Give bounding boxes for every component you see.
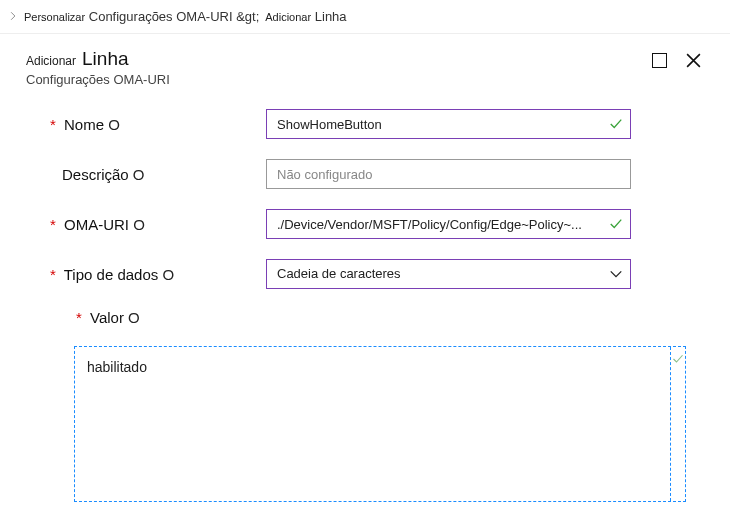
required-icon: * [50,216,56,233]
info-icon[interactable]: O [133,216,145,233]
label-descricao: Descrição O [26,166,266,183]
breadcrumb-item-customize[interactable]: Personalizar Configurações OMA-URI &gt; [24,9,259,24]
form: * Nome O Descrição O [26,109,704,502]
textarea-side-rail [670,347,685,501]
panel-title: Linha [82,48,129,70]
breadcrumb-item-prefix: Adicionar [265,11,311,23]
descricao-input[interactable] [266,159,631,189]
tipo-select-value: Cadeia de caracteres [266,259,631,289]
maximize-icon[interactable] [652,53,667,68]
chevron-down-icon [609,267,623,281]
check-icon [672,353,684,365]
required-icon: * [50,116,56,133]
row-descricao: Descrição O [26,159,704,189]
label-text: Nome [64,116,104,133]
info-icon[interactable]: O [128,309,140,326]
check-icon [609,117,623,131]
breadcrumb-item-text: Configurações OMA-URI &gt; [89,9,260,24]
info-icon[interactable]: O [108,116,120,133]
panel-title-prefix: Adicionar [26,54,76,68]
label-nome: * Nome O [26,116,266,133]
chevron-right-icon [8,10,18,24]
label-text: Descrição [62,166,129,183]
breadcrumb-item-add-row[interactable]: Adicionar Linha [265,9,346,24]
nome-input[interactable] [266,109,631,139]
panel: Adicionar Linha Configurações OMA-URI * … [0,34,730,520]
breadcrumb-item-prefix: Personalizar [24,11,85,23]
required-icon: * [76,309,82,326]
label-text: OMA-URI [64,216,129,233]
row-valor-label: * Valor O [26,309,704,326]
omauri-input[interactable] [266,209,631,239]
tipo-select[interactable]: Cadeia de caracteres [266,259,631,289]
required-icon: * [50,266,56,283]
breadcrumb: Personalizar Configurações OMA-URI &gt; … [0,0,730,34]
valor-textarea[interactable] [75,347,669,501]
label-valor: * Valor O [26,309,266,326]
panel-subtitle: Configurações OMA-URI [26,72,170,87]
row-omauri: * OMA-URI O [26,209,704,239]
panel-header: Adicionar Linha Configurações OMA-URI [26,48,704,87]
row-tipo: * Tipo de dados O Cadeia de caracteres [26,259,704,289]
row-nome: * Nome O [26,109,704,139]
label-omauri: * OMA-URI O [26,216,266,233]
label-tipo: * Tipo de dados O [26,266,266,283]
label-text: Valor [90,309,124,326]
panel-title-block: Adicionar Linha Configurações OMA-URI [26,48,170,87]
label-text: Tipo de dados [64,266,159,283]
info-icon[interactable]: O [133,166,145,183]
header-icons [652,52,702,69]
info-icon[interactable]: O [162,266,174,283]
close-icon[interactable] [685,52,702,69]
row-valor-input [74,346,704,502]
check-icon [609,217,623,231]
breadcrumb-item-text: Linha [315,9,347,24]
